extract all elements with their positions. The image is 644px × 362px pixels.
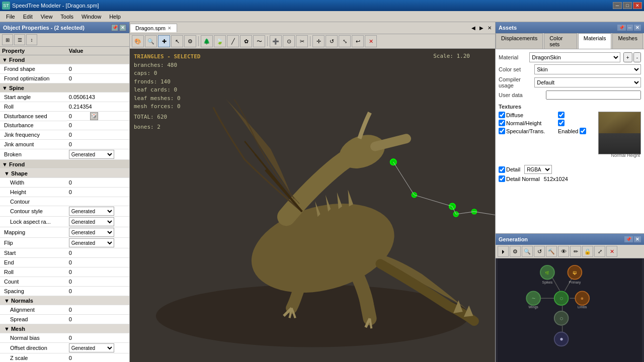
menu-help[interactable]: Help xyxy=(105,13,125,21)
frond-shape-input[interactable] xyxy=(69,65,89,73)
assets-pin-button[interactable]: 📌 xyxy=(617,25,626,31)
roll-input[interactable] xyxy=(69,103,109,111)
disturbance-input[interactable] xyxy=(69,121,89,129)
broken-select[interactable]: Generated xyxy=(69,150,114,159)
viewport-tab[interactable]: Dragon.spm ✕ xyxy=(130,24,177,32)
start-angle-input[interactable] xyxy=(69,93,109,101)
width-input[interactable] xyxy=(69,178,89,187)
disturbance-seed-input[interactable] xyxy=(69,112,89,120)
specular-checkbox[interactable] xyxy=(499,128,505,134)
delete-button[interactable]: ✕ xyxy=(365,35,377,47)
tab-color-sets[interactable]: Color sets xyxy=(544,33,577,49)
detail-format-select[interactable]: RGBA xyxy=(524,165,552,174)
gen-canvas[interactable]: 🌿 Spikes 🔱 Primary 〜 Wings ⬡ ⊗ xyxy=(496,258,644,362)
normal-height-checkbox[interactable] xyxy=(499,120,505,126)
gen-pin-button[interactable]: 📌 xyxy=(624,236,633,242)
gen-edit-button[interactable]: ✏ xyxy=(570,246,581,257)
compiler-select[interactable]: Default xyxy=(534,77,641,87)
gen-eye-button[interactable]: 👁 xyxy=(558,246,569,257)
detail-label: Detail xyxy=(506,166,520,172)
gen-close-button[interactable]: ✕ xyxy=(634,236,641,242)
frond-opt-input[interactable] xyxy=(69,74,89,82)
gen-delete-button[interactable]: ✕ xyxy=(606,246,617,257)
menu-tools[interactable]: Tools xyxy=(56,13,77,21)
select-button[interactable]: ✚ xyxy=(158,35,170,47)
offset-dir-select[interactable]: Generated xyxy=(69,343,114,352)
move-button[interactable]: ✛ xyxy=(312,35,325,47)
leaf-button[interactable]: 🍃 xyxy=(214,35,226,47)
viewport-close-button[interactable]: ✕ xyxy=(486,25,493,31)
specular-enabled-checkbox[interactable] xyxy=(580,128,586,134)
search-button[interactable]: 🔍 xyxy=(145,35,157,47)
nav-prev-button[interactable]: ◀ xyxy=(470,25,477,31)
scale-ctrl-button[interactable]: ⤡ xyxy=(339,35,351,47)
colorset-select[interactable]: Skin xyxy=(534,64,641,74)
material-select[interactable]: DragonSkin xyxy=(529,52,620,62)
menu-window[interactable]: Window xyxy=(77,13,105,21)
tree-button[interactable]: 🌲 xyxy=(201,35,213,47)
gen-refresh-button[interactable]: ↺ xyxy=(534,246,545,257)
rotate-button[interactable]: ↺ xyxy=(326,35,338,47)
menu-file[interactable]: File xyxy=(2,13,19,21)
detail-checkbox[interactable] xyxy=(499,166,505,173)
flower-button[interactable]: ✿ xyxy=(240,35,252,47)
lock-aspect-select[interactable]: Generated xyxy=(69,217,114,226)
spacing-input[interactable] xyxy=(69,287,89,295)
count-input[interactable] xyxy=(69,278,89,286)
expand-button[interactable]: ↕ xyxy=(26,34,37,45)
cut-button[interactable]: ✂ xyxy=(296,35,308,47)
gen-expand-button[interactable]: ⤢ xyxy=(594,246,605,257)
assets-minimize-button[interactable]: ─ xyxy=(627,25,633,31)
zscale-input[interactable] xyxy=(69,354,89,362)
maximize-button[interactable]: □ xyxy=(623,2,632,9)
minimize-button[interactable]: ─ xyxy=(613,2,622,9)
menu-edit[interactable]: Edit xyxy=(19,13,37,21)
gen-lock-button[interactable]: 🔒 xyxy=(582,246,593,257)
list-view-button[interactable]: ☰ xyxy=(14,34,25,45)
panel-pin-button[interactable]: 📌 xyxy=(111,24,118,31)
material-add-button[interactable]: + xyxy=(623,52,632,62)
contour-style-select[interactable]: Generated xyxy=(69,207,114,216)
normal-height-enabled-checkbox[interactable] xyxy=(558,120,565,126)
tab-displacements[interactable]: Displacements xyxy=(496,33,543,49)
jink-freq-input[interactable] xyxy=(69,131,89,139)
start-input[interactable] xyxy=(69,249,89,257)
branch-button[interactable]: ╱ xyxy=(227,35,239,47)
userdata-input[interactable] xyxy=(546,90,641,100)
mapping-select[interactable]: Generated xyxy=(69,228,114,237)
add-button[interactable]: ➕ xyxy=(270,35,282,47)
detail-normal-checkbox[interactable] xyxy=(499,175,505,182)
alignment-input[interactable] xyxy=(69,306,89,314)
diffuse-enabled-checkbox[interactable] xyxy=(558,112,565,118)
tab-materials[interactable]: Materials xyxy=(578,33,612,49)
material-remove-button[interactable]: - xyxy=(633,52,641,62)
settings-button[interactable]: ⚙ xyxy=(184,35,196,47)
viewport-tab-close[interactable]: ✕ xyxy=(168,26,172,31)
wind-button[interactable]: 〜 xyxy=(253,35,265,47)
normal-bias-input[interactable] xyxy=(69,334,89,342)
end-input[interactable] xyxy=(69,258,89,266)
paint-button[interactable]: 🎨 xyxy=(132,35,144,47)
spread-input[interactable] xyxy=(69,315,89,323)
close-button[interactable]: ✕ xyxy=(633,2,642,9)
gen-build-button[interactable]: 🔨 xyxy=(546,246,557,257)
undo-button[interactable]: ↩ xyxy=(352,35,364,47)
height-input[interactable] xyxy=(69,188,89,196)
panel-close-button[interactable]: ✕ xyxy=(119,24,126,31)
diffuse-checkbox[interactable] xyxy=(499,112,505,118)
tab-meshes[interactable]: Meshes xyxy=(612,33,643,49)
gen-search-button[interactable]: 🔍 xyxy=(522,246,533,257)
menu-view[interactable]: View xyxy=(37,13,57,21)
gen-play-button[interactable]: ⏵ xyxy=(498,246,509,257)
lasso-button[interactable]: ⊙ xyxy=(283,35,295,47)
nav-next-button[interactable]: ▶ xyxy=(478,25,485,31)
assets-close-button[interactable]: ✕ xyxy=(634,25,641,31)
jink-amount-input[interactable] xyxy=(69,140,89,148)
flip-select[interactable]: Generated xyxy=(69,238,114,247)
random-seed-button[interactable]: 🎲 xyxy=(90,112,98,120)
roll2-input[interactable] xyxy=(69,268,89,276)
arrow-button[interactable]: ↖ xyxy=(171,35,183,47)
viewport-canvas[interactable]: TRIANGLES - SELECTED branches: 480 caps:… xyxy=(130,49,495,362)
gen-settings-button[interactable]: ⚙ xyxy=(510,246,521,257)
grid-view-button[interactable]: ⊞ xyxy=(2,34,13,45)
